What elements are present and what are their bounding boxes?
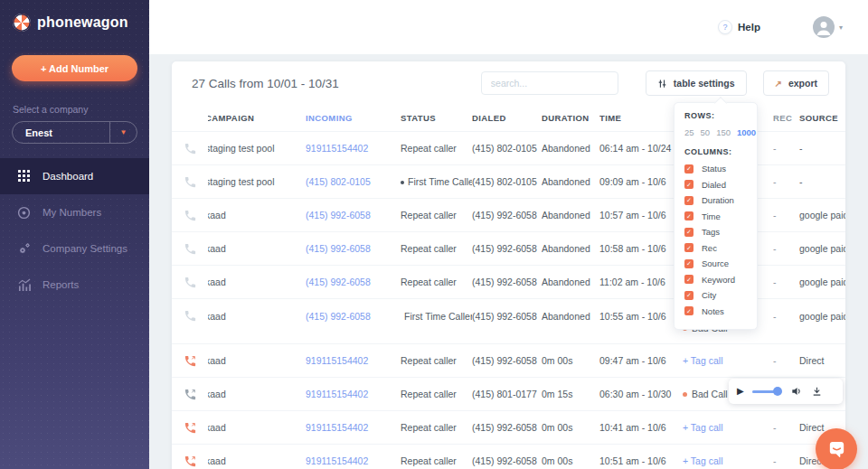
campaign-cell: kaad [208,355,306,366]
call-direction-cell [172,142,208,155]
dialed-cell: (415) 802-0105 [472,176,542,187]
column-toggle-rec[interactable]: Rec [684,243,757,253]
column-toggle-notes[interactable]: Notes [684,306,757,316]
bar-chart-icon [16,278,32,292]
status-cell: First Time Caller [401,299,472,333]
checkbox-checked-icon[interactable] [684,243,693,252]
dialed-cell: (415) 992-6058 [472,210,542,220]
checkbox-checked-icon[interactable] [684,180,693,189]
status-cell: Repeat caller [401,422,472,433]
column-toggle-city[interactable]: City [684,290,757,300]
help-button[interactable]: ? Help [718,20,760,34]
checkbox-checked-icon[interactable] [684,164,693,174]
app: phonewagon + Add Number Select a company… [0,0,868,469]
rows-option-150[interactable]: 150 [716,127,731,137]
column-header-time: TIME [599,113,683,123]
dialed-cell: (415) 801-0177 [472,389,542,399]
column-toggle-status[interactable]: Status [684,164,757,174]
table-row[interactable]: kaad919115154402Repeat caller(415) 992-6… [172,445,845,469]
table-settings-button[interactable]: table settings [646,70,747,96]
campaign-cell: kaad [208,277,306,287]
column-header-source: SOURCE [799,113,845,123]
incoming-number-cell: (415) 992-6058 [306,299,401,333]
duration-cell: 0m 00s [542,455,599,466]
sidebar-item-company-settings[interactable]: Company Settings [0,230,149,267]
incoming-number-link[interactable]: 919115154402 [306,455,368,466]
tag-call-link[interactable]: + Tag call [683,422,722,433]
gears-icon [16,241,32,256]
sidebar-item-label: Dashboard [42,171,93,182]
sidebar-item-label: Reports [42,279,79,290]
incoming-number-link[interactable]: 919115154402 [306,143,368,154]
export-button[interactable]: ↗ export [763,70,829,96]
time-cell: 06:30 am - 10/30 [599,389,683,399]
download-icon[interactable] [811,386,823,398]
table-row[interactable]: kaad919115154402Repeat caller(415) 992-6… [172,411,845,445]
play-icon[interactable]: ▶ [737,387,744,396]
checkbox-checked-icon[interactable] [684,275,693,284]
logo: phonewagon [0,0,149,41]
sidebar-item-reports[interactable]: Reports [0,267,149,303]
incoming-number-link[interactable]: (415) 992-6058 [306,311,371,322]
incoming-number-link[interactable]: (415) 992-6058 [306,210,371,220]
incoming-number-cell: (415) 992-6058 [306,277,401,287]
rows-option-25[interactable]: 25 [684,127,694,137]
column-header-rec: REC [773,113,799,123]
incoming-number-link[interactable]: 919115154402 [306,355,368,366]
volume-icon[interactable] [790,385,803,398]
campaign-cell: kaad [208,455,306,466]
rec-cell: - [773,143,799,154]
checkbox-checked-icon[interactable] [684,306,693,315]
column-toggle-time[interactable]: Time [684,211,757,221]
chevron-down-icon[interactable]: ▼ [109,122,137,143]
phone-incoming-grey-icon [184,242,197,256]
status-cell: Repeat caller [401,389,472,399]
status-cell: Repeat caller [401,210,472,220]
sidebar-item-dashboard[interactable]: Dashboard [0,158,149,194]
checkbox-checked-icon[interactable] [684,228,693,237]
grid-icon [16,170,32,183]
chevron-down-icon: ▾ [839,23,843,32]
seek-knob[interactable] [773,387,782,396]
checkbox-checked-icon[interactable] [684,211,693,220]
incoming-number-link[interactable]: (415) 992-6058 [306,243,371,254]
rows-option-50[interactable]: 50 [701,127,711,137]
company-select[interactable]: Enest ▼ [12,121,137,144]
tag-call-link[interactable]: + Tag call [683,455,722,466]
question-mark-icon: ? [718,20,732,34]
checkbox-checked-icon[interactable] [684,291,693,300]
phone-missed-grey-icon [184,388,197,401]
incoming-number-link[interactable]: 919115154402 [306,422,368,433]
sidebar-item-my-numbers[interactable]: My Numbers [0,194,149,230]
chat-launcher-button[interactable] [816,428,857,469]
column-toggle-duration[interactable]: Duration [684,195,757,205]
search-input[interactable] [481,71,618,95]
chat-bubble-icon [826,439,847,460]
table-row[interactable]: kaad919115154402Repeat caller(415) 992-6… [172,344,845,378]
account-menu[interactable]: ▾ [813,16,843,38]
column-toggle-dialed[interactable]: Dialed [684,180,757,190]
rows-options: 25501501000 [684,127,757,137]
seek-slider[interactable] [752,390,782,393]
rec-cell: - [773,210,799,220]
export-label: export [788,78,817,89]
time-cell: 06:14 am - 10/24 [599,143,683,154]
rec-cell: - [773,299,799,333]
column-header-status: STATUS [401,113,472,123]
status-cell: Repeat caller [401,355,472,366]
incoming-number-link[interactable]: (415) 992-6058 [306,277,371,287]
checkbox-checked-icon[interactable] [684,196,693,205]
column-toggle-tags[interactable]: Tags [684,227,757,237]
incoming-number-link[interactable]: (415) 802-0105 [306,176,371,187]
incoming-number-link[interactable]: 919115154402 [306,389,368,399]
checkbox-checked-icon[interactable] [684,259,693,268]
column-toggle-source[interactable]: Source [684,258,757,268]
tag-call-link[interactable]: + Tag call [683,355,722,366]
card-header: 27 Calls from 10/01 - 10/31 table settin… [172,61,845,105]
add-number-button[interactable]: + Add Number [12,55,137,81]
column-toggle-keyword[interactable]: Keyword [684,275,757,285]
help-label: Help [738,22,760,33]
table-settings-label: table settings [674,78,735,89]
rows-option-1000[interactable]: 1000 [737,127,756,137]
duration-cell: Abandoned [542,143,599,154]
